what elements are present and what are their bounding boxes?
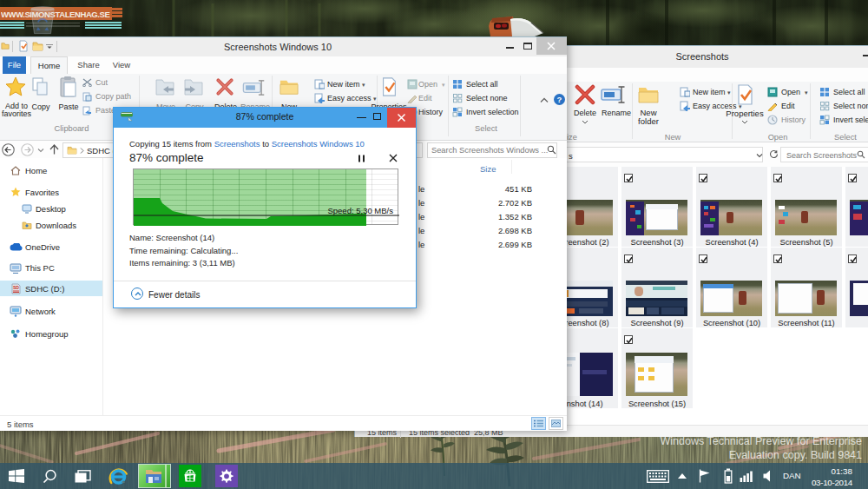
svg-text:SD: SD: [13, 285, 19, 290]
